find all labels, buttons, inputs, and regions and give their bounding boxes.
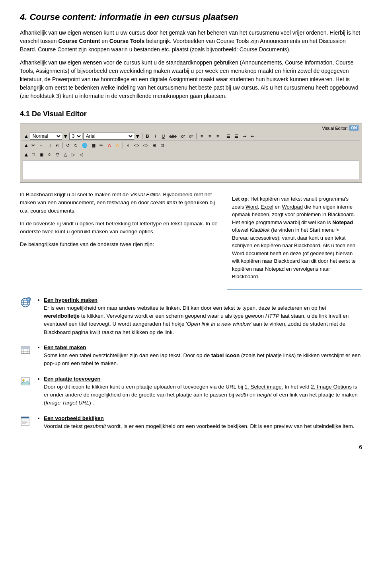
font-color-button[interactable]: A — [106, 142, 113, 149]
toolbar-row-2: ▲ ✂ ⎓ ⎕ ⎗ ↺ ↻ 🌐 ▦ ✏ A A √ <> <> ⊞ ⊡ — [22, 141, 360, 150]
dropdown-arrow-2: ▼ — [135, 133, 140, 139]
source-button[interactable]: <> — [142, 142, 150, 149]
svg-point-14 — [23, 379, 25, 381]
list-item-table: Een tabel maken Soms kan een tabel overz… — [20, 344, 362, 369]
copy-button[interactable]: ⎓ — [38, 142, 45, 149]
left-p2: In de bovenste rij vindt u opties met be… — [20, 220, 220, 236]
image-title: Een plaatje toevoegen — [44, 376, 101, 382]
font-select[interactable]: Arial Times New Roman — [83, 133, 134, 140]
note-box: Let op: Het kopiëren van tekst vanuit pr… — [227, 191, 362, 290]
svg-text:+: + — [27, 298, 29, 301]
outdent-button[interactable]: ⇤ — [249, 133, 256, 140]
list-item-preview: Een voorbeeld bekijken Voordat de tekst … — [20, 414, 362, 432]
visual-editor-textarea[interactable] — [23, 160, 359, 180]
toolbar-row-1: ▲ Normal Heading 1 Heading 2 ▼ 3 Arial T… — [22, 132, 360, 141]
align-center-button[interactable]: ≡ — [206, 133, 213, 140]
formula-button[interactable]: √ — [125, 142, 132, 149]
ordered-list-button[interactable]: ☰ — [225, 133, 232, 140]
special3-button[interactable]: ◊ — [46, 151, 53, 158]
redo-button[interactable]: ↻ — [72, 142, 80, 149]
italic-button[interactable]: I — [152, 133, 159, 140]
style-dropdown-arrow: ▲ — [23, 133, 29, 139]
special5-button[interactable]: △ — [62, 151, 69, 158]
intro-p1: Afhankelijk van uw eigen wensen kunt u u… — [20, 29, 362, 54]
align-right-button[interactable]: ≡ — [214, 133, 221, 140]
hyperlink-title: Een hyperlink maken — [44, 297, 97, 303]
visual-editor-titlebar: Visual Editor: ON — [22, 125, 360, 131]
table-icon — [20, 344, 31, 356]
strikethrough-button[interactable]: abe — [168, 133, 178, 140]
visual-editor-container: Visual Editor: ON ▲ Normal Heading 1 Hea… — [20, 123, 362, 183]
preview-icon — [20, 415, 31, 426]
superscript-button[interactable]: x2 — [187, 133, 195, 140]
special1-button[interactable]: □ — [30, 151, 37, 158]
visual-editor-label: Visual Editor: — [322, 126, 348, 131]
svg-rect-16 — [21, 417, 29, 418]
page-title: 4. Course content: informatie in een cur… — [20, 12, 362, 22]
left-p1: In Blackboard krijgt u al snel te maken … — [20, 191, 220, 215]
list-item-image: Een plaatje toevoegen Door op dit icoon … — [20, 375, 362, 409]
insert-table-button[interactable]: ▦ — [90, 142, 97, 149]
two-col-section: In Blackboard krijgt u al snel te maken … — [20, 191, 362, 290]
table-title: Een tabel maken — [44, 344, 86, 350]
extra-button[interactable]: ⊡ — [159, 142, 166, 149]
highlight-button[interactable]: A — [114, 142, 121, 149]
page-number: 6 — [20, 444, 362, 450]
toolbar-separator-4 — [62, 142, 63, 148]
note-text: Let op: Het kopiëren van tekst vanuit pr… — [232, 195, 357, 281]
toolbar-separator-3 — [223, 133, 223, 139]
row3-arrow: ▲ — [23, 151, 29, 158]
table-content: Een tabel maken Soms kan een tabel overz… — [36, 344, 362, 369]
bold-button[interactable]: B — [144, 133, 151, 140]
underline-button[interactable]: U — [160, 133, 167, 140]
indent-button[interactable]: ⇥ — [241, 133, 248, 140]
preview-content: Een voorbeeld bekijken Voordat de tekst … — [36, 414, 362, 432]
toolbar-row-3: ▲ □ ▣ ◊ ▽ △ ▷ ◁ — [22, 150, 360, 159]
align-left-button[interactable]: ≡ — [198, 133, 205, 140]
preview-title: Een voorbeeld bekijken — [44, 415, 104, 421]
dropdown-arrow-1: ▼ — [63, 133, 68, 139]
size-select[interactable]: 3 — [69, 133, 82, 140]
list-section: + Een hyperlink maken Er is een mogelijk… — [20, 296, 362, 432]
insert-link-button[interactable]: 🌐 — [80, 142, 89, 149]
unordered-list-button[interactable]: ☰ — [233, 133, 240, 140]
visual-editor-on-badge: ON — [349, 125, 359, 131]
svg-rect-12 — [21, 346, 30, 349]
row2-arrow: ▲ — [23, 142, 29, 148]
special7-button[interactable]: ◁ — [78, 151, 85, 158]
cut-button[interactable]: ✂ — [30, 142, 37, 149]
image-content: Een plaatje toevoegen Door op dit icoon … — [36, 375, 362, 409]
html-button[interactable]: <> — [133, 142, 141, 149]
toolbar-separator-5 — [123, 142, 123, 148]
subscript-button[interactable]: x2 — [179, 133, 187, 140]
special2-button[interactable]: ▣ — [38, 151, 45, 158]
hyperlink-content: Een hyperlink maken Er is een mogelijkhe… — [36, 296, 362, 338]
special6-button[interactable]: ▷ — [70, 151, 77, 158]
special4-button[interactable]: ▽ — [54, 151, 61, 158]
style-select[interactable]: Normal Heading 1 Heading 2 — [30, 133, 62, 140]
toolbar-separator-2 — [196, 133, 197, 139]
section-4-1-title: 4.1 De Visual Editor — [20, 110, 362, 118]
paste-text-button[interactable]: ⎗ — [54, 142, 61, 149]
image-icon — [20, 376, 31, 387]
left-column: In Blackboard krijgt u al snel te maken … — [20, 191, 220, 290]
intro-p2: Afhankelijk van uw eigen wensen voor de … — [20, 59, 362, 100]
list-item-hyperlink: + Een hyperlink maken Er is een mogelijk… — [20, 296, 362, 338]
globe-icon: + — [20, 297, 31, 308]
undo-button[interactable]: ↺ — [64, 142, 72, 149]
left-p3: De belangrijkste functies van de onderst… — [20, 240, 220, 248]
misc-button[interactable]: ⊞ — [151, 142, 158, 149]
toolbar-separator-1 — [142, 133, 142, 139]
insert-image-button[interactable]: ✏ — [98, 142, 105, 149]
paste-button[interactable]: ⎕ — [46, 142, 53, 149]
